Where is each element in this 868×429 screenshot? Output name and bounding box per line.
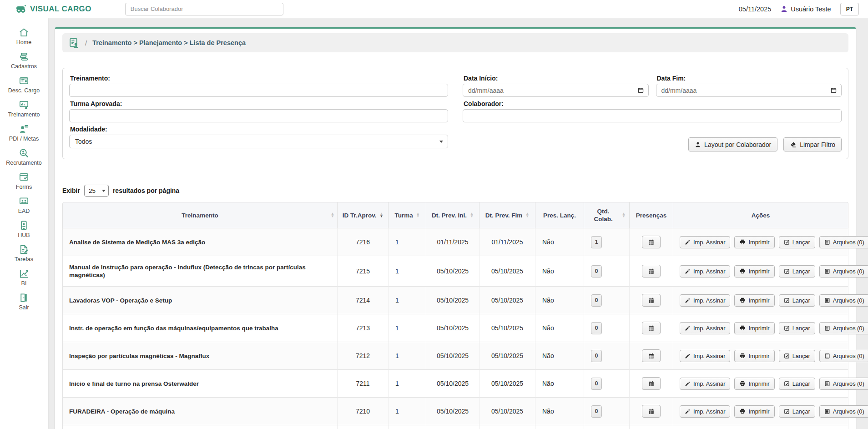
cell-presencas (630, 342, 673, 370)
breadcrumb-text[interactable]: Treinamento > Planejamento > Lista de Pr… (92, 39, 246, 46)
turma-text: 1 (395, 324, 399, 332)
sidebar-item-cadastros[interactable]: Cadastros (11, 51, 37, 70)
col-header-label: Treinamento (182, 212, 218, 219)
file-lines-icon (824, 325, 830, 331)
calendar-picker-icon[interactable] (830, 87, 837, 94)
sidebar-item-ead[interactable]: EAD (18, 196, 30, 214)
cell-presencas (630, 228, 673, 256)
imprimir-button[interactable]: Imprimir (734, 294, 774, 307)
pres-lanc-text: Não (542, 408, 554, 415)
sidebar-item-forms[interactable]: Forms (16, 172, 32, 190)
arquivos-button[interactable]: Arquivos (0) (819, 322, 868, 334)
imprimir-button[interactable]: Imprimir (734, 350, 774, 362)
modalidade-select[interactable]: Todos (69, 135, 448, 148)
sidebar-item-sair[interactable]: Sair (19, 293, 29, 311)
col-header-dt-prev-fim[interactable]: Dt. Prev. Fim▲▼ (479, 202, 535, 228)
page-size-select[interactable]: 25 (84, 185, 109, 197)
presencas-calendar-button[interactable] (642, 349, 661, 362)
sidebar-item-hub[interactable]: HUB (18, 220, 30, 238)
presencas-calendar-button[interactable] (642, 294, 661, 307)
col-header-qtd-colab[interactable]: Qtd. Colab.▲▼ (584, 202, 630, 228)
id-tr-aprov-text: 7210 (356, 408, 370, 415)
imprimir-button[interactable]: Imprimir (734, 405, 774, 418)
sidebar-item-recrutamento[interactable]: Recrutamento (6, 148, 42, 166)
imprimir-button[interactable]: Imprimir (734, 378, 774, 390)
topbar-right: 05/11/2025 Usuário Teste PT (739, 3, 859, 15)
arquivos-button[interactable]: Arquivos (0) (819, 378, 868, 390)
lancar-button[interactable]: Lançar (779, 236, 815, 248)
presencas-calendar-button[interactable] (642, 322, 661, 334)
cell-dt-prev-ini: 05/10/2025 (426, 370, 479, 398)
check-square-icon (784, 239, 790, 245)
search-input[interactable] (125, 3, 283, 15)
imprimir-button-label: Imprimir (748, 297, 769, 304)
limpar-filtro-button[interactable]: Limpar Filtro (783, 137, 842, 151)
table-row: Instr. de operação em função das máquina… (62, 314, 848, 342)
col-header-turma[interactable]: Turma▲▼ (389, 202, 426, 228)
treinamento-input[interactable] (69, 84, 448, 97)
imp-assinar-button[interactable]: Imp. Assinar (680, 294, 730, 307)
imp-assinar-button[interactable]: Imp. Assinar (680, 350, 730, 362)
sidebar-item-bi[interactable]: BI (19, 268, 29, 287)
qtd-colab-badge[interactable]: 0 (591, 350, 602, 362)
presencas-calendar-button[interactable] (642, 236, 661, 248)
app-logo[interactable]: VISUAL CARGO (15, 4, 91, 14)
imprimir-button[interactable]: Imprimir (734, 265, 774, 278)
lancar-button[interactable]: Lançar (779, 378, 815, 390)
cell-id: 7209 (338, 425, 389, 429)
col-header-treinamento[interactable]: Treinamento▲▼ (62, 202, 338, 228)
presencas-calendar-button[interactable] (642, 265, 661, 278)
arquivos-button[interactable]: Arquivos (0) (819, 405, 868, 418)
arquivos-button[interactable]: Arquivos (0) (819, 265, 868, 278)
sidebar-item-pdi-metas[interactable]: PDI / Metas (9, 124, 39, 142)
colaborador-input[interactable] (463, 109, 842, 122)
col-header-dt-prev-ini[interactable]: Dt. Prev. Ini.▲▼ (426, 202, 479, 228)
lancar-button[interactable]: Lançar (779, 265, 815, 278)
col-header-label: Dt. Prev. Ini. (432, 212, 467, 219)
qtd-colab-badge[interactable]: 0 (591, 378, 602, 390)
check-square-icon (784, 353, 790, 359)
arquivos-button[interactable]: Arquivos (0) (819, 236, 868, 248)
imp-assinar-button[interactable]: Imp. Assinar (680, 265, 730, 278)
col-header-id-tr-aprov[interactable]: ID Tr.Aprov.▲▼ (338, 202, 389, 228)
dt-prev-fim-text: 05/10/2025 (491, 324, 523, 332)
lancar-button[interactable]: Lançar (779, 322, 815, 334)
data-fim-input[interactable]: dd/mm/aaaa (656, 84, 842, 97)
sidebar-item-home[interactable]: Home (16, 27, 31, 45)
imp-assinar-button[interactable]: Imp. Assinar (680, 378, 730, 390)
calendar-picker-icon[interactable] (637, 87, 644, 94)
sidebar-item-tarefas[interactable]: Tarefas (15, 244, 33, 262)
qtd-colab-badge[interactable]: 0 (591, 265, 602, 278)
qtd-colab-badge[interactable]: 1 (591, 236, 602, 248)
layout-por-colaborador-button[interactable]: Layout por Colaborador (688, 137, 777, 151)
imprimir-button[interactable]: Imprimir (734, 236, 774, 248)
lancar-button[interactable]: Lançar (779, 294, 815, 307)
imp-assinar-button[interactable]: Imp. Assinar (680, 236, 730, 248)
arquivos-button[interactable]: Arquivos (0) (819, 294, 868, 307)
turma-text: 1 (395, 238, 399, 246)
turma-aprovada-input[interactable] (69, 109, 448, 122)
table-row: Manual de Instrução para operação - Indu… (62, 256, 848, 287)
lancar-button[interactable]: Lançar (779, 405, 815, 418)
imprimir-button-label: Imprimir (748, 325, 769, 332)
pres-lanc-text: Não (542, 238, 554, 246)
current-date: 05/11/2025 (739, 5, 772, 13)
lancar-button[interactable]: Lançar (779, 350, 815, 362)
sidebar-item-treinamento[interactable]: Treinamento (8, 100, 40, 118)
user-menu[interactable]: Usuário Teste (780, 5, 831, 13)
treinamento-text: FURADEIRA - Operação de máquina (69, 408, 175, 415)
imp-assinar-button-label: Imp. Assinar (693, 325, 725, 332)
qtd-colab-badge[interactable]: 0 (591, 405, 602, 418)
presencas-calendar-button[interactable] (642, 405, 661, 418)
imp-assinar-button[interactable]: Imp. Assinar (680, 405, 730, 418)
imprimir-button[interactable]: Imprimir (734, 322, 774, 334)
arquivos-button[interactable]: Arquivos (0) (819, 350, 868, 362)
sidebar-item-desc-cargo[interactable]: Desc. Cargo (8, 76, 40, 94)
presencas-calendar-button[interactable] (642, 377, 661, 390)
language-button[interactable]: PT (840, 3, 859, 15)
qtd-colab-badge[interactable]: 0 (591, 322, 602, 334)
data-inicio-input[interactable]: dd/mm/aaaa (463, 84, 649, 97)
imp-assinar-button[interactable]: Imp. Assinar (680, 322, 730, 334)
col-header-label: Turma (394, 212, 413, 219)
qtd-colab-badge[interactable]: 0 (591, 294, 602, 307)
